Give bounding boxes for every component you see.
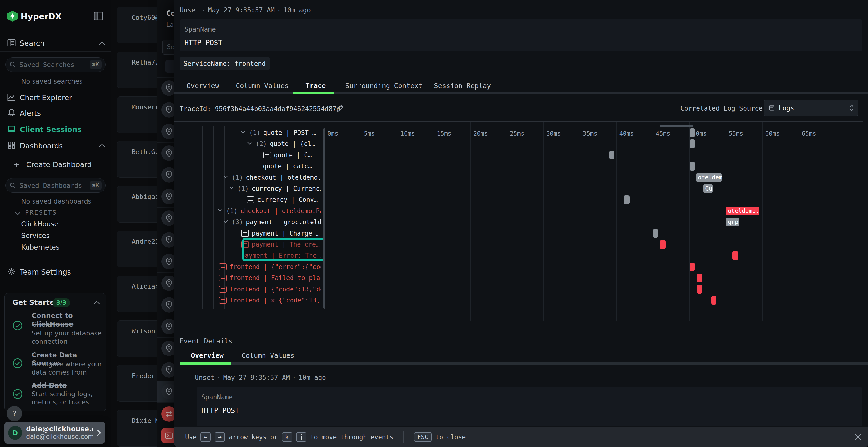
sidebar-item-client-sessions[interactable]: Client Sessions (20, 125, 82, 134)
session-list-item[interactable]: Dixie_Mc (117, 410, 157, 447)
trace-tree-row[interactable]: (1)checkout | oteldemo.Pa… (217, 206, 321, 216)
tab-trace[interactable]: Trace (306, 82, 326, 90)
session-detail-button[interactable] (165, 60, 174, 73)
session-list-item[interactable]: Beth.Gol (117, 141, 157, 178)
sidebar-item-alerts[interactable]: Alerts (20, 109, 41, 117)
sidebar-item-chart-explorer[interactable]: Chart Explorer (20, 94, 72, 102)
event-details-tab-overview[interactable]: Overview (191, 352, 223, 359)
chevron-down-icon[interactable] (222, 174, 229, 181)
trace-tree-row[interactable]: payment | Charge … (241, 229, 321, 238)
close-icon[interactable] (854, 433, 862, 442)
location-pin-icon[interactable] (161, 341, 174, 356)
saved-dashboards-input[interactable]: Saved Dashboards ⌘K (5, 178, 105, 193)
chevron-up-icon[interactable] (98, 143, 105, 148)
tab-overview[interactable]: Overview (187, 82, 219, 90)
help-button[interactable]: ? (7, 406, 22, 421)
span-duration-bar[interactable]: oteldemo. (726, 207, 759, 215)
trace-tree-row[interactable]: (3)payment | grpc.oteld… (222, 217, 321, 227)
location-pin-icon[interactable] (161, 167, 174, 182)
span-duration-bar[interactable] (733, 251, 738, 260)
gs-item-title[interactable]: ClickHouse (32, 320, 73, 328)
session-list-item[interactable]: Andre21@ (117, 231, 157, 267)
session-list-item[interactable]: Monserra (117, 96, 157, 133)
edit-pencil-icon[interactable] (336, 104, 344, 112)
sidebar-item-dashboards[interactable]: Dashboards (20, 142, 63, 150)
saved-searches-input[interactable]: Saved Searches ⌘K (5, 57, 105, 72)
console-event-icon[interactable] (161, 428, 174, 443)
span-duration-bar[interactable] (609, 151, 614, 160)
location-pin-icon[interactable] (161, 362, 174, 378)
trace-tree-row[interactable]: currency | Conv… (247, 195, 321, 204)
trace-tree-row[interactable]: quote | calc… (263, 161, 321, 171)
event-details-tab-column-values[interactable]: Column Values (242, 352, 294, 359)
span-duration-bar[interactable] (653, 229, 658, 238)
chevron-down-icon[interactable] (222, 218, 229, 226)
tab-column-values[interactable]: Column Values (236, 82, 289, 90)
preset-item-kubernetes[interactable]: Kubernetes (21, 243, 60, 251)
chevron-down-icon[interactable] (246, 140, 253, 148)
span-duration-bar[interactable]: oteldemo. (696, 173, 722, 182)
span-duration-bar[interactable] (711, 296, 716, 305)
location-pin-icon[interactable] (161, 124, 174, 139)
span-duration-bar[interactable] (689, 139, 695, 148)
trace-tree-row[interactable]: (1)checkout | oteldemo.… (222, 173, 321, 182)
session-list-item[interactable]: Abbigail (117, 186, 157, 222)
location-pin-icon[interactable] (161, 145, 174, 161)
session-list-item[interactable]: Wilson_H (117, 320, 157, 357)
span-duration-bar[interactable] (660, 240, 666, 249)
trace-tree-row[interactable]: (1)currency | Currenc… (228, 184, 321, 194)
session-list-item[interactable]: Frederic (117, 365, 157, 402)
location-pin-icon[interactable] (161, 80, 174, 96)
chevron-down-icon[interactable] (240, 129, 246, 137)
tree-scrollbar-vertical[interactable] (323, 128, 326, 309)
collapse-sidebar-icon[interactable] (94, 11, 103, 20)
chevron-down-icon[interactable] (14, 211, 21, 215)
trace-tree-row[interactable]: frontend | {"code":13,"det… (219, 284, 321, 294)
create-dashboard-button[interactable]: + Create Dashboard (13, 161, 92, 169)
sidebar-item-team-settings[interactable]: Team Settings (20, 268, 71, 276)
preset-item-clickhouse[interactable]: ClickHouse (21, 220, 58, 228)
trace-tree-row[interactable]: frontend | × {"code":13,"d… (219, 296, 321, 305)
navigation-event-icon[interactable] (161, 406, 174, 422)
trace-tree-row[interactable]: frontend | Failed to place… (219, 273, 321, 283)
gs-item-title[interactable]: Add Data (32, 381, 67, 389)
span-duration-bar[interactable] (689, 263, 695, 271)
location-pin-icon[interactable] (161, 189, 174, 204)
location-pin-icon[interactable] (161, 232, 174, 248)
span-duration-bar[interactable] (689, 128, 695, 137)
log-source-select[interactable]: Logs (764, 100, 858, 116)
span-duration-bar[interactable]: Cu (703, 184, 713, 193)
trace-tree-row[interactable]: (2)quote | {cl… (246, 139, 321, 148)
location-pin-icon[interactable] (161, 210, 174, 226)
span-duration-bar[interactable] (697, 274, 702, 282)
span-duration-bar[interactable]: grpc (726, 218, 739, 227)
sidebar-item-search[interactable]: Search (20, 39, 44, 47)
location-pin-icon[interactable] (161, 276, 174, 291)
timeline-scrollbar-horizontal[interactable] (660, 125, 693, 127)
span-duration-bar[interactable] (624, 195, 629, 204)
location-pin-icon[interactable] (161, 319, 174, 334)
location-pin-icon[interactable] (161, 254, 174, 269)
session-list-item[interactable]: Alicia42 (117, 276, 157, 312)
service-name-chip[interactable]: ServiceName: frontend (180, 57, 270, 70)
gs-item-title[interactable]: Connect to (32, 312, 73, 319)
chevron-down-icon[interactable] (228, 185, 235, 193)
trace-tree-row[interactable]: quote | C… (263, 150, 321, 160)
chevron-up-icon[interactable] (93, 301, 100, 305)
span-duration-bar[interactable] (689, 162, 695, 171)
trace-tree-row[interactable]: (1)quote | POST … (240, 128, 321, 138)
trace-tree-row[interactable]: frontend | {"error":{"code… (219, 262, 321, 272)
user-menu[interactable]: D dale@clickhouse.com dale@clickhouse.co… (4, 422, 105, 444)
span-duration-bar[interactable] (697, 285, 702, 294)
tab-session-replay[interactable]: Session Replay (434, 82, 491, 90)
presets-section-label[interactable]: PRESETS (25, 209, 57, 216)
session-list-item[interactable]: Retha77@ (117, 51, 157, 88)
session-search-input[interactable]: Se (162, 40, 174, 55)
location-pin-icon[interactable] (161, 102, 174, 117)
tab-surrounding-context[interactable]: Surrounding Context (345, 82, 423, 90)
chevron-up-icon[interactable] (98, 41, 105, 45)
chevron-down-icon[interactable] (217, 207, 223, 215)
session-list-item[interactable]: Coty60@g (117, 7, 157, 43)
location-pin-icon[interactable] (161, 297, 174, 313)
preset-item-services[interactable]: Services (21, 232, 50, 240)
